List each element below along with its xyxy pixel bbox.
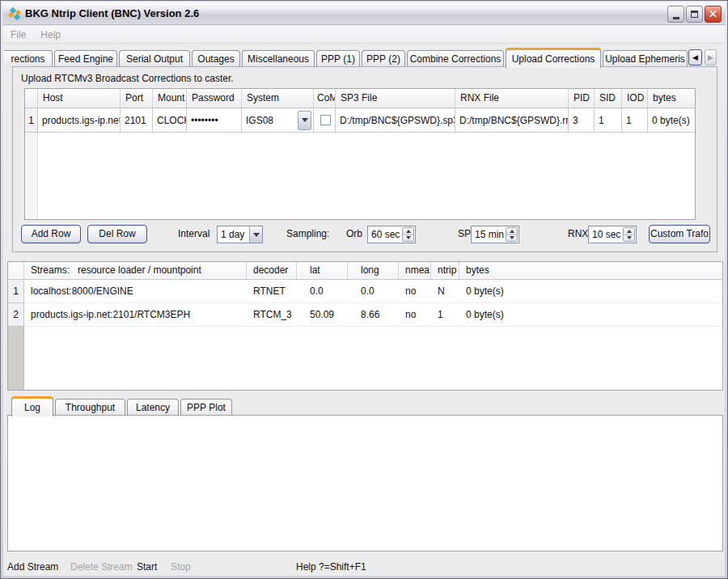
triangle-up-icon [627, 230, 632, 233]
column-header-sid: SID [595, 89, 622, 108]
interval-label: Interval [178, 225, 210, 243]
delete-stream-button[interactable]: Delete Stream [70, 559, 133, 575]
mount-cell[interactable]: CLOCK [153, 108, 187, 133]
tab-latency[interactable]: Latency [127, 399, 179, 416]
row-header-strip [25, 133, 38, 219]
sp3-file-cell[interactable]: D:/tmp/BNC${GPSWD}.sp3 [336, 108, 455, 133]
streams-table: Streams: resource loader / mountpoint de… [7, 261, 723, 391]
client-area: File Help rections Feed Engine Serial Ou… [3, 26, 725, 576]
port-cell[interactable]: 2101 [121, 108, 153, 133]
orb-spinbox[interactable]: 60 sec [367, 226, 416, 243]
interval-combobox[interactable]: 1 day [217, 226, 263, 243]
window-controls: ✕ [667, 6, 722, 23]
triangle-up-icon [510, 230, 514, 233]
upload-controls-row: Add Row Del Row Interval 1 day Sampling:… [13, 225, 717, 246]
rnx-file-cell[interactable]: D:/tmp/BNC${GPSWD}.rnx [455, 108, 569, 133]
column-header-lat: lat [297, 262, 348, 279]
sid-cell[interactable]: 1 [595, 108, 622, 133]
upload-corrections-panel: Upload RTCMv3 Broadcast Corrections to c… [12, 66, 717, 252]
menu-help[interactable]: Help [33, 26, 68, 44]
add-row-button[interactable]: Add Row [21, 225, 81, 243]
orb-label: Orb [346, 225, 362, 243]
spin-down-button[interactable] [624, 235, 634, 242]
rnx-spinbox[interactable]: 10 sec [588, 226, 637, 243]
iod-cell[interactable]: 1 [622, 108, 648, 133]
tab-feed-engine[interactable]: Feed Engine [54, 50, 117, 67]
rnx-label: RNX [568, 225, 588, 243]
password-cell[interactable]: •••••••• [187, 108, 242, 133]
main-tab-bar: rections Feed Engine Serial Output Outag… [4, 48, 725, 67]
com-cell [314, 108, 336, 133]
del-row-button[interactable]: Del Row [87, 225, 147, 243]
triangle-up-icon [406, 230, 411, 233]
maximize-icon [691, 11, 698, 18]
spin-up-button[interactable] [506, 228, 517, 235]
arrow-left-icon: ◀ [692, 53, 698, 61]
lat-cell: 50.09 [297, 303, 348, 327]
com-checkbox[interactable] [320, 115, 331, 125]
tab-serial-output[interactable]: Serial Output [119, 50, 190, 67]
rnx-spin-buttons [623, 227, 635, 242]
chevron-down-icon [302, 118, 308, 122]
minimize-button[interactable] [667, 6, 684, 23]
interval-dropdown-button[interactable] [249, 226, 262, 243]
spin-down-button[interactable] [506, 235, 517, 242]
stream-row[interactable]: 2 products.igs-ip.net:2101/RTCM3EPH RTCM… [8, 303, 722, 327]
tab-combine-corrections[interactable]: Combine Corrections [407, 50, 504, 67]
tab-outages[interactable]: Outages [192, 50, 240, 67]
spin-up-button[interactable] [403, 228, 413, 235]
tab-upload-corrections[interactable]: Upload Corrections [506, 48, 601, 68]
minimize-icon [673, 17, 679, 19]
tab-corrections[interactable]: rections [4, 50, 53, 67]
chevron-down-icon [253, 233, 260, 237]
tab-scroll-right-button[interactable]: ▶ [705, 49, 717, 66]
streams-table-header: Streams: resource loader / mountpoint de… [8, 262, 722, 280]
column-header-iod: IOD [622, 89, 648, 108]
column-header-bytes: bytes [459, 262, 722, 279]
custom-trafo-button[interactable]: Custom Trafo [649, 225, 710, 243]
menu-file[interactable]: File [3, 26, 33, 44]
triangle-down-icon [510, 236, 514, 239]
tab-scroll-left-button[interactable]: ◀ [688, 49, 702, 66]
app-window: BKG Ntrip Client (BNC) Version 2.6 ✕ Fil… [0, 0, 728, 579]
tab-ppp-1[interactable]: PPP (1) [316, 50, 360, 67]
tab-ppp-plot[interactable]: PPP Plot [180, 399, 232, 416]
column-header-rownum [25, 89, 38, 108]
stream-row[interactable]: 1 localhost:8000/ENGINE RTNET 0.0 0.0 no… [8, 280, 722, 303]
tab-upload-ephemeris[interactable]: Upload Ephemeris [603, 50, 688, 67]
title-bar: BKG Ntrip Client (BNC) Version 2.6 ✕ [2, 2, 726, 25]
spin-down-button[interactable] [403, 235, 413, 242]
window-title: BKG Ntrip Client (BNC) Version 2.6 [25, 7, 199, 19]
bytes-cell: 0 byte(s) [459, 303, 722, 327]
tab-throughput[interactable]: Throughput [55, 399, 125, 416]
column-header-mount: Mount [153, 89, 187, 108]
spin-up-button[interactable] [624, 228, 634, 235]
interval-value: 1 day [218, 226, 249, 243]
lat-cell: 0.0 [297, 280, 348, 303]
nmea-cell: no [399, 303, 431, 327]
system-combobox-dropdown-button[interactable] [298, 111, 311, 130]
column-header-mountpoint: Streams: resource loader / mountpoint [24, 262, 247, 279]
tab-log[interactable]: Log [11, 396, 53, 416]
upload-table-header: Host Port Mount Password System CoM SP3 … [25, 89, 695, 108]
pid-cell[interactable]: 3 [569, 108, 595, 133]
ntrip-cell: 1 [431, 303, 459, 327]
add-stream-button[interactable]: Add Stream [7, 559, 58, 575]
close-button[interactable]: ✕ [705, 6, 722, 23]
maximize-button[interactable] [686, 6, 703, 23]
status-bar: Add Stream Delete Stream Start Stop Help… [3, 559, 725, 577]
tab-ppp-2[interactable]: PPP (2) [362, 50, 405, 67]
sp3-spinbox[interactable]: 15 min [471, 226, 519, 243]
start-button[interactable]: Start [137, 559, 157, 575]
tab-miscellaneous[interactable]: Miscellaneous [242, 50, 315, 67]
host-cell[interactable]: products.igs-ip.net [38, 108, 121, 133]
column-header-host: Host [38, 89, 121, 108]
stop-button[interactable]: Stop [171, 559, 191, 575]
help-hint: Help ?=Shift+F1 [296, 559, 366, 575]
system-combobox[interactable]: IGS08 [242, 108, 314, 133]
column-header-ntrip: ntrip [431, 262, 459, 279]
bytes-cell: 0 byte(s) [459, 280, 722, 303]
app-icon [7, 7, 22, 20]
ntrip-cell: N [431, 280, 459, 303]
column-header-nmea: nmea [399, 262, 431, 279]
